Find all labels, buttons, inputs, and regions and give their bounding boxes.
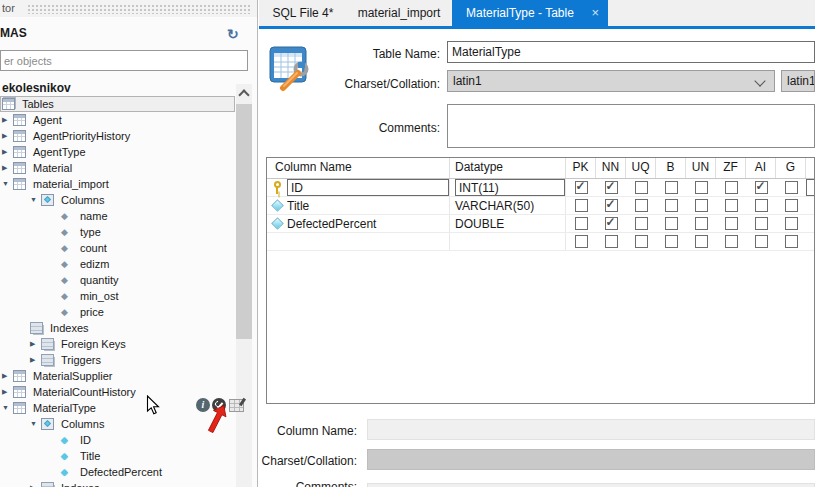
- un-checkbox[interactable]: [695, 181, 708, 194]
- zf-checkbox[interactable]: [725, 199, 738, 212]
- table-icon: [13, 178, 26, 190]
- info-icon[interactable]: [196, 398, 210, 412]
- tree-scrollbar[interactable]: [236, 84, 252, 487]
- zf-checkbox[interactable]: [725, 235, 738, 248]
- charset-select[interactable]: latin1: [447, 70, 775, 92]
- collapse-arrow-icon[interactable]: [2, 176, 13, 192]
- g-checkbox[interactable]: [785, 199, 798, 212]
- g-checkbox[interactable]: [785, 235, 798, 248]
- pk-checkbox[interactable]: [575, 217, 588, 230]
- tree-item-name[interactable]: name: [0, 208, 235, 224]
- nn-checkbox[interactable]: [605, 181, 618, 194]
- tree-item-id[interactable]: ID: [0, 432, 235, 448]
- column-row-title[interactable]: TitleVARCHAR(50): [267, 197, 814, 215]
- expand-arrow-icon[interactable]: [2, 368, 13, 384]
- tree-item-triggers[interactable]: Triggers: [0, 352, 235, 368]
- pk-checkbox[interactable]: [575, 199, 588, 212]
- tree-item-min-ost[interactable]: min_ost: [0, 288, 235, 304]
- cell-column-name[interactable]: [287, 233, 450, 250]
- tree-item-indexes[interactable]: Indexes: [0, 320, 235, 336]
- close-tab-icon[interactable]: ×: [591, 0, 599, 26]
- tree-item-quantity[interactable]: quantity: [0, 272, 235, 288]
- tree-item-material[interactable]: Material: [0, 160, 235, 176]
- tree-item-tables[interactable]: Tables: [0, 96, 235, 112]
- tree-item-agenttype[interactable]: AgentType: [0, 144, 235, 160]
- un-checkbox[interactable]: [695, 217, 708, 230]
- tree-item-edizm[interactable]: edizm: [0, 256, 235, 272]
- cell-column-name[interactable]: ID: [287, 179, 450, 196]
- b-checkbox[interactable]: [665, 199, 678, 212]
- expand-arrow-icon[interactable]: [2, 128, 13, 144]
- expand-arrow-icon[interactable]: [30, 480, 41, 487]
- zf-checkbox[interactable]: [725, 217, 738, 230]
- tree-item-foreign-keys[interactable]: Foreign Keys: [0, 336, 235, 352]
- b-checkbox[interactable]: [665, 181, 678, 194]
- collapse-arrow-icon[interactable]: [2, 400, 13, 416]
- cell-column-name[interactable]: DefectedPercent: [287, 215, 450, 232]
- scrollbar-thumb[interactable]: [236, 104, 252, 339]
- cell-datatype[interactable]: VARCHAR(50): [450, 197, 566, 214]
- b-checkbox[interactable]: [665, 217, 678, 230]
- ai-checkbox[interactable]: [755, 217, 768, 230]
- cell-datatype[interactable]: [450, 233, 566, 250]
- column-row-id[interactable]: IDINT(11): [267, 179, 814, 197]
- nn-checkbox[interactable]: [605, 199, 618, 212]
- tree-item-indexes[interactable]: Indexes: [0, 480, 235, 487]
- un-checkbox[interactable]: [695, 235, 708, 248]
- tree-item-ekolesnikov[interactable]: ekolesnikov: [0, 80, 235, 96]
- nn-checkbox[interactable]: [605, 235, 618, 248]
- tree-item-columns[interactable]: Columns: [0, 192, 235, 208]
- refresh-icon[interactable]: ↻: [227, 27, 239, 41]
- expand-arrow-icon[interactable]: [30, 336, 41, 352]
- tab-materialtype-table[interactable]: MaterialType - Table ×: [452, 0, 608, 26]
- collapse-arrow-icon[interactable]: [30, 192, 41, 208]
- expand-arrow-icon[interactable]: [30, 352, 41, 368]
- uq-checkbox[interactable]: [635, 235, 648, 248]
- uq-checkbox[interactable]: [635, 181, 648, 194]
- b-checkbox[interactable]: [665, 235, 678, 248]
- tree-item-count[interactable]: count: [0, 240, 235, 256]
- un-checkbox[interactable]: [695, 199, 708, 212]
- tree-item-price[interactable]: price: [0, 304, 235, 320]
- tree-item-label: ID: [80, 434, 91, 446]
- g-checkbox[interactable]: [785, 181, 798, 194]
- pk-checkbox[interactable]: [575, 235, 588, 248]
- cell-datatype[interactable]: DOUBLE: [450, 215, 566, 232]
- column-row-defectedpercent[interactable]: DefectedPercentDOUBLE: [267, 215, 814, 233]
- nn-checkbox[interactable]: [605, 217, 618, 230]
- expand-arrow-icon[interactable]: [2, 160, 13, 176]
- cell-column-name[interactable]: Title: [287, 197, 450, 214]
- edit-table-icon[interactable]: [229, 399, 244, 412]
- ai-checkbox[interactable]: [755, 235, 768, 248]
- uq-checkbox[interactable]: [635, 217, 648, 230]
- tab-sql-file-4[interactable]: SQL File 4*: [262, 0, 344, 26]
- tree-item-agent[interactable]: Agent: [0, 112, 235, 128]
- filter-objects-input[interactable]: [0, 50, 248, 71]
- tree-item-defectedpercent[interactable]: DefectedPercent: [0, 464, 235, 480]
- comments-textarea[interactable]: [447, 104, 815, 148]
- tree-item-type[interactable]: type: [0, 224, 235, 240]
- uq-checkbox[interactable]: [635, 199, 648, 212]
- tree-item-columns[interactable]: Columns: [0, 416, 235, 432]
- tree-item-material-import[interactable]: material_import: [0, 176, 235, 192]
- g-checkbox[interactable]: [785, 217, 798, 230]
- column-row-empty[interactable]: [267, 233, 814, 251]
- collapse-arrow-icon[interactable]: [30, 416, 41, 432]
- zf-checkbox[interactable]: [725, 181, 738, 194]
- pk-checkbox[interactable]: [575, 181, 588, 194]
- table-name-input[interactable]: [447, 41, 815, 63]
- expand-arrow-icon[interactable]: [2, 144, 13, 160]
- scrollbar-up-arrow-icon[interactable]: [236, 84, 252, 100]
- cell-datatype[interactable]: INT(11): [450, 179, 566, 196]
- ai-checkbox[interactable]: [755, 199, 768, 212]
- collation-select[interactable]: latin1_: [781, 70, 815, 92]
- ai-checkbox[interactable]: [755, 181, 768, 194]
- expand-arrow-icon[interactable]: [2, 112, 13, 128]
- column-icon: [60, 242, 73, 254]
- tree-item-materialsupplier[interactable]: MaterialSupplier: [0, 368, 235, 384]
- tree-item-agentpriorityhistory[interactable]: AgentPriorityHistory: [0, 128, 235, 144]
- expand-arrow-icon[interactable]: [2, 384, 13, 400]
- tree-item-title[interactable]: Title: [0, 448, 235, 464]
- wrench-icon[interactable]: [212, 398, 226, 412]
- tab-material-import[interactable]: material_import: [347, 0, 451, 26]
